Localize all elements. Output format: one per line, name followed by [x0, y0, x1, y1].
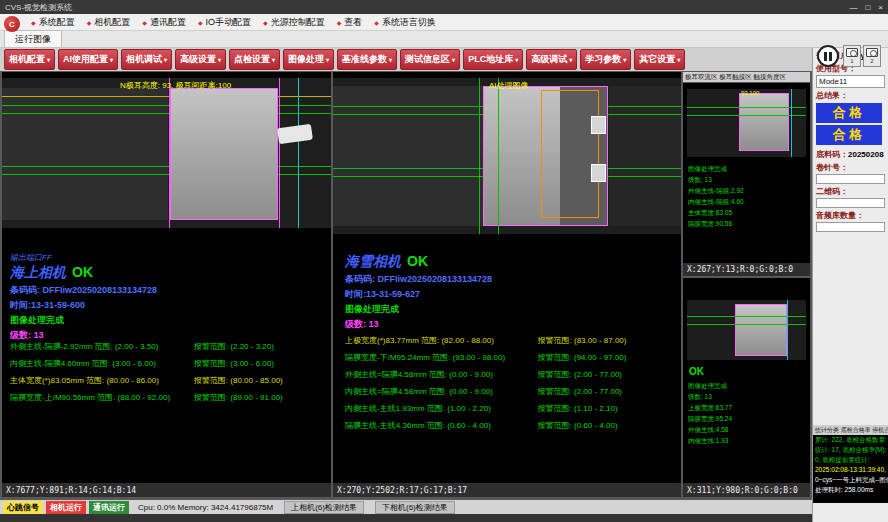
toolbar-other-settings-button[interactable]: 其它设置 — [634, 49, 685, 70]
camera-image-upper: N极耳高度: 93. 极耳间距离:100 — [2, 78, 331, 228]
preview-line: 上极宽度:83.77 — [688, 402, 732, 413]
pixel-coordinate-bar-preview-2: X:311;Y:980;R:0;G:0;B:0 — [683, 483, 810, 497]
ai-detect-box — [541, 90, 599, 218]
toolbar-image-processing-button[interactable]: 图像处理 — [283, 49, 334, 70]
preview-line: 隔膜宽度:95.24 — [688, 413, 732, 424]
camera-view-lower[interactable]: AI处理图像 海雪相机OK 条码码: DFFIiw202502081331347… — [333, 72, 681, 483]
measurement-name: 内侧主线-隔膜4.60mm 范围: (3.00 - 6.00) — [10, 358, 194, 369]
preview-zone-header: 极耳双流区 极耳触摸区 触摸角度区 — [683, 72, 810, 82]
measurement-alarm: 报警范围: (3.00 - 6.00) — [194, 358, 327, 369]
camera-2-icon[interactable]: 2 — [863, 45, 881, 67]
result-badge-2: 合格 — [816, 125, 882, 145]
statistics-line: 处理耗时: 258.00ms — [813, 485, 888, 495]
measurement-row: 内侧主线-隔膜4.60mm 范围: (3.00 - 6.00) 报警范围: (3… — [10, 355, 327, 372]
close-button[interactable]: × — [878, 3, 883, 12]
measurement-table-upper: 外侧主线-隔膜-2.92mm 范围: (2.00 - 3.50) 报警范围: (… — [10, 338, 327, 406]
measurement-row: 外侧主线-隔膜-2.92mm 范围: (2.00 - 3.50) 报警范围: (… — [10, 338, 327, 355]
audio-count-field[interactable] — [816, 222, 885, 232]
toolbar-advanced-debug-button[interactable]: 高级调试 — [526, 49, 577, 70]
toolbar-advanced-settings-button[interactable]: 高级设置 — [175, 49, 226, 70]
measurement-name: 主体宽度(*)83.05mm 范围: (80.00 - 86.00) — [10, 375, 194, 386]
toolbar-baseline-params-button[interactable]: 基准线参数 — [337, 49, 397, 70]
ok-status: OK — [689, 366, 704, 377]
tab-lower-camera-results[interactable]: 下相机(6)检测结果 — [375, 501, 455, 514]
measurement-row: 隔膜宽度-上/M90.56mm 范围: (88.00 - 92.00) 报警范围… — [10, 389, 327, 406]
preview-view-1[interactable]: 93 100 图像处理完成 级数: 13 外侧主线-隔膜:2.92 内侧主线-隔… — [683, 83, 810, 263]
preview-line: 主体宽度:83.05 — [688, 207, 744, 218]
comm-run-status-badge: 通讯运行 — [89, 501, 129, 514]
minimize-button[interactable]: — — [849, 3, 857, 12]
measurement-alarm: 报警范围: (2.20 - 3.20) — [194, 341, 327, 352]
dimension-label: N极耳高度: 93. 极耳间距离:100 — [120, 80, 231, 91]
menu-camera-config[interactable]: 相机配置 — [82, 15, 136, 30]
toolbar-camera-config-button[interactable]: 相机配置 — [4, 49, 55, 70]
menu-io-manual-config[interactable]: IO手动配置 — [193, 15, 256, 30]
statistics-panel: 统计分类 底检合格率 停机合格率 累计: 222, 底检合格数量: 统计: 17… — [813, 425, 888, 503]
right-sidebar: 登录用户：cys 使用型号： Mode11 总结果： 合格 合格 底料码：202… — [812, 48, 888, 522]
needle-number-field[interactable] — [816, 174, 885, 184]
camera-view-upper[interactable]: N极耳高度: 93. 极耳间距离:100 输出端口FF 海上相机OK 条码码: … — [2, 72, 331, 483]
menu-label: IO手动配置 — [206, 16, 252, 29]
result-info-upper: 输出端口FF 海上相机OK 条码码: DFFIiw202502081331347… — [10, 252, 157, 342]
measurement-name: 外侧主线=隔膜4.58mm 范围: (0.00 - 9.00) — [345, 369, 538, 380]
pause-icon[interactable] — [817, 45, 839, 67]
measurement-row: 外侧主线=隔膜4.58mm 范围: (0.00 - 9.00) 报警范围: (2… — [345, 366, 677, 383]
camera-glyph-icon — [866, 48, 878, 57]
menu-label: 光源控制配置 — [271, 16, 325, 29]
overlay-vline — [169, 78, 170, 228]
result-info-lower: 海雪相机OK 条码码: DFFIiw20250208133134728 时间:1… — [345, 252, 492, 331]
process-status: 图像处理完成 — [10, 314, 157, 327]
maximize-button[interactable]: □ — [865, 3, 870, 12]
statistics-line: 0~cys~一号上料完成--图像 — [813, 475, 888, 485]
toolbar-plc-address-button[interactable]: PLC地址库 — [463, 49, 523, 70]
barcode-text: 条码码: DFFIiw20250208133134728 — [10, 284, 157, 297]
tab-glint — [591, 116, 606, 134]
preview-view-2[interactable]: OK 图像处理完成 级数: 13 上极宽度:83.77 隔膜宽度:95.24 外… — [683, 278, 810, 483]
preview-line: 外侧主线-隔膜:2.92 — [688, 185, 744, 196]
machine-background — [609, 86, 681, 226]
inspected-part — [735, 304, 787, 356]
statistics-line: 累计: 222, 底检合格数量: — [813, 435, 888, 445]
measurement-row: 内侧主线=隔膜4.58mm 范围: (0.00 - 9.00) 报警范围: (2… — [345, 383, 677, 400]
measurement-name: 内侧主线-主线1.93mm 范围: (1.00 - 2.20) — [345, 403, 538, 414]
camera-2-number: 2 — [870, 58, 873, 64]
needle-number-row: 卷针号： — [813, 160, 888, 184]
qrcode-field[interactable] — [816, 198, 885, 208]
grade-text: 级数: 13 — [345, 318, 492, 331]
overlay-line — [687, 107, 806, 108]
camera-1-icon[interactable]: 1 — [843, 45, 861, 67]
barcode-text: 条码码: DFFIiw20250208133134728 — [345, 273, 492, 286]
preview-line: 内侧主线:1.93 — [688, 435, 732, 446]
menu-light-control-config[interactable]: 光源控制配置 — [258, 15, 330, 30]
overlay-vline — [279, 78, 280, 228]
preview-image-2 — [687, 300, 806, 360]
title-bar: CVS-视觉检测系统 — □ × — [0, 0, 888, 14]
ok-status: OK — [407, 253, 428, 269]
menu-view[interactable]: 查看 — [332, 15, 368, 30]
measurement-alarm: 报警范围: (89.00 - 91.00) — [194, 392, 327, 403]
toolbar-learning-params-button[interactable]: 学习参数 — [580, 49, 631, 70]
pixel-coordinate-bar-upper: X:7677;Y:891;R:14;G:14;B:14 — [2, 483, 331, 497]
toolbar-ai-config-button[interactable]: AI使用配置 — [58, 49, 118, 70]
preview-line: 隔膜宽度:90.56 — [688, 218, 744, 229]
tab-upper-camera-results[interactable]: 上相机(6)检测结果 — [284, 501, 364, 514]
measurement-row: 主体宽度(*)83.05mm 范围: (80.00 - 86.00) 报警范围:… — [10, 372, 327, 389]
material-code-row: 底料码：20250208 — [813, 147, 888, 160]
toolbar-test-info-button[interactable]: 测试信息区 — [400, 49, 460, 70]
preview-line: 级数: 13 — [688, 391, 732, 402]
machine-background — [2, 88, 168, 220]
measurement-name: 外侧主线-隔膜-2.92mm 范围: (2.00 - 3.50) — [10, 341, 194, 352]
menu-comm-config[interactable]: 通讯配置 — [137, 15, 191, 30]
overlay-line — [2, 96, 331, 97]
measurement-table-lower: 上极宽度(*)83.77mm 范围: (82.00 - 88.00) 报警范围:… — [345, 332, 677, 434]
toolbar-camera-debug-button[interactable]: 相机调试 — [121, 49, 172, 70]
tab-run-image[interactable]: 运行图像 — [4, 30, 62, 47]
toolbar-spot-check-button[interactable]: 点检设置 — [229, 49, 280, 70]
model-value-field[interactable]: Mode11 — [816, 75, 885, 88]
overlay-vline — [787, 300, 788, 360]
measurement-name: 隔膜主线-主线4.36mm 范围: (0.60 - 4.00) — [345, 420, 538, 431]
cpu-memory-text: Cpu: 0.0% Memory: 3424.41796875M — [138, 503, 273, 512]
menu-language-switch[interactable]: 系统语言切换 — [369, 15, 441, 30]
menu-system-config[interactable]: 系统配置 — [26, 15, 80, 30]
material-code-label: 底料码： — [816, 150, 848, 159]
